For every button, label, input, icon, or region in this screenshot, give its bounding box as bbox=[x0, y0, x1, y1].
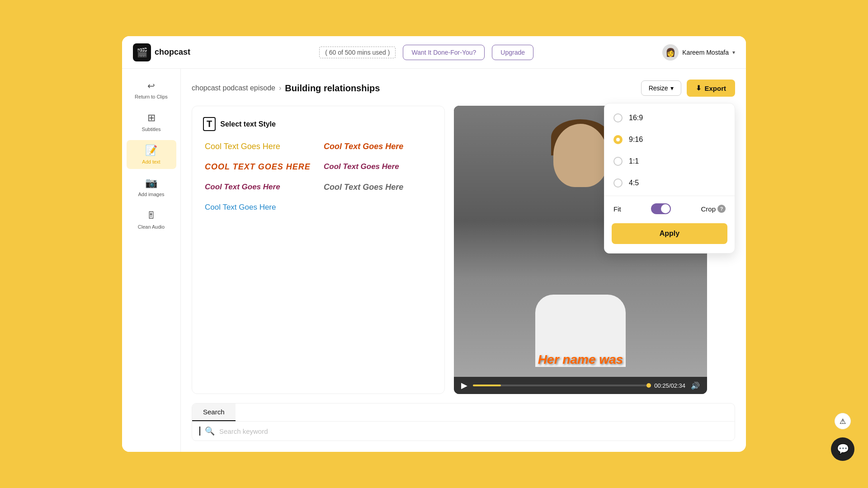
text-style-option-6[interactable]: Cool Text Goes Here bbox=[322, 181, 434, 194]
radio-inner-9-16 bbox=[616, 138, 620, 141]
video-time: 00:25/02:34 bbox=[654, 382, 685, 389]
search-input[interactable]: Search keyword bbox=[219, 427, 268, 435]
text-style-label-1: Cool Text Goes Here bbox=[205, 142, 280, 151]
sidebar-item-add-images[interactable]: 📷 Add images bbox=[127, 173, 176, 202]
usage-text: ( 60 of 500 mins used ) bbox=[319, 47, 396, 58]
user-name: Kareem Mostafa bbox=[682, 49, 729, 56]
text-style-option-3[interactable]: Cool Text Goes Here bbox=[322, 160, 434, 174]
search-bar-container: Search 🔍 Search keyword bbox=[192, 403, 735, 441]
progress-dot bbox=[646, 383, 651, 388]
toolbar-right: Resize ▾ ⬇ Export 16:9 bbox=[641, 80, 735, 97]
text-style-option-2[interactable]: COOL TEXT GOES HERE bbox=[203, 160, 315, 174]
avatar: 👩 bbox=[662, 44, 679, 61]
chevron-down-icon: ▾ bbox=[732, 49, 735, 56]
text-style-option-1[interactable]: Cool Text Goes Here bbox=[203, 140, 315, 153]
top-bar-middle: ( 60 of 500 mins used ) Want It Done-For… bbox=[198, 45, 655, 60]
resize-button[interactable]: Resize ▾ bbox=[641, 80, 682, 96]
resize-label-9-16: 9:16 bbox=[629, 136, 643, 144]
text-style-option-5[interactable]: Cool Text Goes Here bbox=[322, 140, 434, 153]
breadcrumb: chopcast podcast episode › Building rela… bbox=[192, 83, 380, 94]
person-head bbox=[553, 124, 608, 187]
sidebar-item-clean-audio[interactable]: 🎚 Clean Audio bbox=[127, 205, 176, 234]
chat-icon: 💬 bbox=[837, 443, 849, 455]
search-cursor bbox=[199, 427, 200, 436]
content-area: chopcast podcast episode › Building rela… bbox=[181, 69, 746, 452]
resize-dropdown: 16:9 9:16 1:1 bbox=[604, 103, 735, 253]
breadcrumb-parent: chopcast podcast episode bbox=[192, 84, 275, 92]
chat-support-button[interactable]: 💬 bbox=[831, 437, 854, 461]
search-tab[interactable]: Search bbox=[192, 404, 236, 421]
app-name: chopcast bbox=[155, 47, 190, 57]
alert-icon: ⚠ bbox=[840, 417, 846, 426]
add-images-icon: 📷 bbox=[145, 177, 157, 189]
radio-9-16 bbox=[613, 135, 623, 144]
text-style-label-3b: Cool Text Goes Here bbox=[205, 183, 280, 191]
alert-button[interactable]: ⚠ bbox=[835, 413, 851, 429]
top-bar: 🎬 chopcast ( 60 of 500 mins used ) Want … bbox=[122, 36, 746, 69]
apply-button[interactable]: Apply bbox=[612, 223, 727, 244]
export-label: Export bbox=[704, 84, 726, 92]
text-style-option-3b[interactable]: Cool Text Goes Here bbox=[203, 181, 315, 194]
resize-option-16-9[interactable]: 16:9 bbox=[604, 107, 735, 129]
radio-16-9 bbox=[613, 113, 623, 122]
toggle-knob bbox=[661, 204, 670, 213]
sidebar-return[interactable]: ↩ Return to Clips bbox=[127, 76, 176, 104]
search-section: Search 🔍 Search keyword bbox=[192, 403, 735, 441]
panel-header-label: Select text Style bbox=[220, 120, 276, 128]
fit-toggle[interactable] bbox=[651, 203, 671, 214]
top-bar-right: 👩 Kareem Mostafa ▾ bbox=[662, 44, 735, 61]
add-text-label: Add text bbox=[142, 159, 160, 164]
resize-label-4-5: 4:5 bbox=[629, 179, 639, 187]
sidebar-item-add-text[interactable]: 📝 Add text bbox=[127, 140, 176, 169]
radio-1-1 bbox=[613, 157, 623, 166]
subtitles-icon: ⊞ bbox=[147, 112, 156, 124]
progress-bar[interactable] bbox=[473, 385, 649, 386]
return-icon: ↩ bbox=[147, 80, 155, 91]
crop-label: Crop ? bbox=[701, 205, 726, 213]
dropdown-divider bbox=[604, 196, 735, 196]
sidebar-item-subtitles[interactable]: ⊞ Subtitles bbox=[127, 108, 176, 136]
resize-option-1-1[interactable]: 1:1 bbox=[604, 150, 735, 172]
export-icon: ⬇ bbox=[696, 84, 702, 92]
clean-audio-icon: 🎚 bbox=[146, 210, 156, 221]
subtitles-label: Subtitles bbox=[142, 127, 160, 132]
top-section: chopcast podcast episode › Building rela… bbox=[192, 80, 735, 97]
volume-button[interactable]: 🔊 bbox=[691, 381, 700, 390]
want-done-button[interactable]: Want It Done-For-You? bbox=[403, 45, 485, 60]
video-subtitle: Her name was bbox=[538, 352, 623, 367]
video-progress-bar: ▶ 00:25/02:34 🔊 bbox=[454, 377, 707, 394]
progress-fill bbox=[473, 385, 501, 386]
resize-label: Resize bbox=[649, 84, 668, 92]
play-button[interactable]: ▶ bbox=[461, 380, 467, 390]
text-style-option-4[interactable]: Cool Text Goes Here bbox=[203, 201, 315, 214]
text-style-label-3: Cool Text Goes Here bbox=[324, 162, 399, 171]
search-icon: 🔍 bbox=[205, 426, 215, 436]
logo: 🎬 chopcast bbox=[133, 43, 190, 61]
text-style-label-5: Cool Text Goes Here bbox=[324, 142, 403, 151]
clean-audio-label: Clean Audio bbox=[138, 224, 165, 230]
breadcrumb-current: Building relationships bbox=[285, 83, 380, 94]
fit-crop-row: Fit Crop ? bbox=[604, 198, 735, 220]
resize-option-9-16[interactable]: 9:16 bbox=[604, 129, 735, 150]
panel-header: T Select text Style bbox=[203, 117, 434, 131]
upgrade-button[interactable]: Upgrade bbox=[492, 45, 533, 60]
resize-label-16-9: 16:9 bbox=[629, 114, 643, 122]
text-style-panel: T Select text Style Cool Text Goes Here … bbox=[192, 106, 445, 394]
help-icon[interactable]: ? bbox=[717, 205, 726, 213]
breadcrumb-separator: › bbox=[279, 84, 281, 92]
resize-option-4-5[interactable]: 4:5 bbox=[604, 172, 735, 194]
add-images-label: Add images bbox=[138, 192, 164, 197]
return-label: Return to Clips bbox=[135, 94, 168, 99]
text-styles-grid: Cool Text Goes Here Cool Text Goes Here … bbox=[203, 140, 434, 214]
text-style-label-4: Cool Text Goes Here bbox=[205, 203, 276, 211]
logo-icon: 🎬 bbox=[133, 43, 151, 61]
text-icon: T bbox=[203, 117, 216, 131]
export-button[interactable]: ⬇ Export bbox=[687, 80, 735, 97]
main-layout: ↩ Return to Clips ⊞ Subtitles 📝 Add text… bbox=[122, 69, 746, 452]
sidebar: ↩ Return to Clips ⊞ Subtitles 📝 Add text… bbox=[122, 69, 181, 452]
add-text-icon: 📝 bbox=[145, 145, 157, 156]
search-input-row: 🔍 Search keyword bbox=[192, 421, 735, 441]
fit-label: Fit bbox=[613, 205, 621, 213]
user-area[interactable]: 👩 Kareem Mostafa ▾ bbox=[662, 44, 735, 61]
radio-4-5 bbox=[613, 178, 623, 188]
